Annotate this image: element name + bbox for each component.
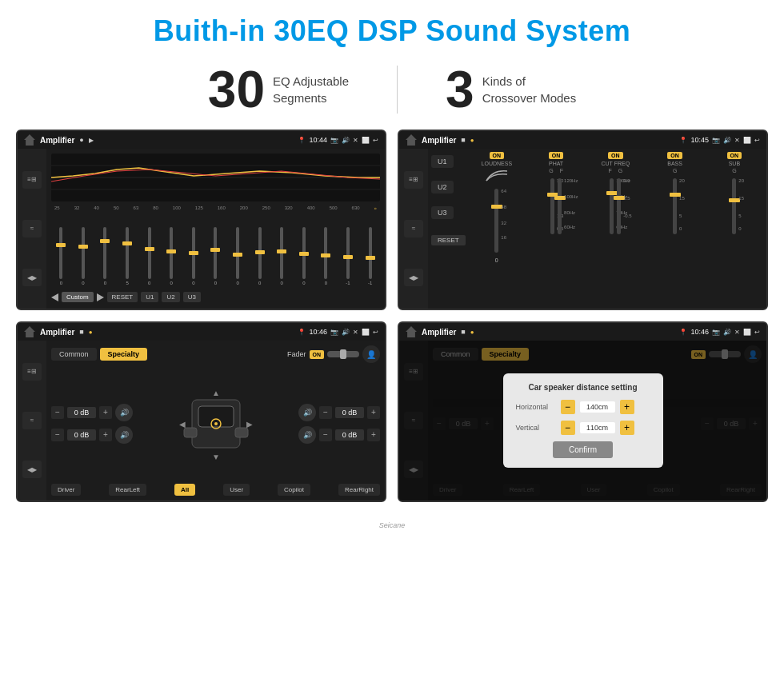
u2-btn[interactable]: U2 — [431, 181, 454, 193]
sidebar-3: ≡⊞ ≈ ◀▶ — [18, 341, 46, 501]
screen-speaker-dialog: Amplifier ■ ● 📍 10:46 📷 🔊 ✕ ⬜ ↩ ≡⊞ ≈ ◀▶ — [398, 321, 768, 502]
svg-point-9 — [214, 422, 218, 425]
phat-on[interactable]: ON — [549, 152, 564, 159]
vertical-plus[interactable]: + — [620, 421, 634, 435]
speaker-bottom-3: Driver RearLeft All User Copilot RearRig… — [51, 484, 380, 496]
horizontal-minus[interactable]: − — [561, 400, 575, 414]
volume-icon-2: 🔊 — [723, 137, 731, 144]
rear-left-btn-3[interactable]: RearLeft — [109, 484, 146, 496]
bass-slider[interactable]: 20 15 5 0 — [673, 178, 677, 234]
specialty-tab-3[interactable]: Specialty — [100, 348, 148, 361]
u1-button[interactable]: U1 — [141, 292, 158, 302]
tab-row-3: Common Specialty — [51, 348, 147, 361]
db-plus-3[interactable]: + — [367, 406, 380, 419]
driver-btn-3[interactable]: Driver — [51, 484, 81, 496]
sidebar-btn-vol-3[interactable]: ◀▶ — [22, 461, 42, 478]
u2-button[interactable]: U2 — [162, 292, 179, 302]
phat-sliders: 3.0 2.1 1.3 0.5 120Hz 100Hz 80Hz 60Hz — [550, 175, 562, 237]
user-btn-3[interactable]: User — [223, 484, 250, 496]
db-plus-1[interactable]: + — [99, 406, 112, 419]
window-icon-3: ⬜ — [362, 329, 370, 336]
cutfreq-label: CUT FREQ — [602, 161, 630, 166]
db-plus-4[interactable]: + — [367, 429, 380, 441]
vertical-minus[interactable]: − — [561, 421, 575, 435]
u3-button[interactable]: U3 — [183, 292, 201, 302]
sidebar-btn-wave-1[interactable]: ≈ — [22, 220, 42, 237]
crossover-reset[interactable]: RESET — [431, 235, 466, 245]
window-icon-4: ⬜ — [743, 329, 751, 336]
horizontal-plus[interactable]: + — [620, 400, 634, 414]
db-minus-1[interactable]: − — [51, 406, 64, 419]
sidebar-btn-eq-1[interactable]: ≡⊞ — [22, 171, 42, 189]
fader-slider-3[interactable] — [327, 351, 359, 357]
u-buttons-col: U1 U2 U3 RESET — [431, 152, 466, 305]
common-tab-3[interactable]: Common — [51, 348, 97, 361]
play-icon-sm-1: ▶ — [89, 137, 94, 144]
speaker-icon-left-bot: 🔊 — [115, 426, 133, 444]
horizontal-value: 140cm — [580, 401, 615, 413]
loudness-on[interactable]: ON — [490, 152, 505, 159]
left-db-controls: − 0 dB + 🔊 − 0 dB + — [51, 368, 133, 479]
crossover-content: U1 U2 U3 RESET ON LOUDNESS — [428, 149, 766, 309]
confirm-button[interactable]: Confirm — [553, 441, 613, 458]
loudness-slider[interactable]: 64 48 32 16 — [494, 189, 498, 253]
cutfreq-on[interactable]: ON — [608, 152, 623, 159]
sidebar-btn-eq-2[interactable]: ≡⊞ — [404, 171, 423, 189]
home-icon-2[interactable] — [406, 134, 417, 146]
prev-button[interactable] — [51, 293, 58, 301]
app-title-2: Amplifier — [422, 136, 456, 145]
rear-right-btn-3[interactable]: RearRight — [338, 484, 380, 496]
record-icon-1: ● — [79, 136, 83, 144]
loudness-val: 0 — [495, 257, 498, 263]
cutfreq-section: ON CUT FREQ FG 100Hz 90Hz 70Hz 60Hz — [586, 152, 644, 305]
record-icon-2: ■ — [461, 136, 465, 144]
u1-btn[interactable]: U1 — [431, 155, 454, 168]
home-icon-1[interactable] — [24, 134, 35, 146]
copilot-btn-3[interactable]: Copilot — [278, 484, 310, 496]
dot-icon-2: ● — [470, 137, 474, 144]
cutfreq-sliders: 100Hz 90Hz 70Hz 60Hz 3.0 1.5 -0.5 — [610, 175, 621, 237]
eq-slider-4: 5 — [118, 227, 138, 285]
db-minus-2[interactable]: − — [51, 429, 64, 441]
sub-label: SUB — [729, 161, 740, 166]
eq-slider-1: 0 — [51, 227, 71, 285]
sub-slider[interactable]: 20 15 5 0 — [732, 178, 736, 234]
db-minus-3[interactable]: − — [319, 406, 332, 419]
db-val-4: 0 dB — [335, 429, 364, 441]
sidebar-btn-wave-3[interactable]: ≈ — [22, 412, 42, 429]
window-icon-1: ⬜ — [362, 137, 370, 144]
u3-btn[interactable]: U3 — [431, 206, 454, 219]
phat-f-slider[interactable]: 120Hz 100Hz 80Hz 60Hz — [558, 178, 562, 234]
cutfreq-g-slider[interactable]: 3.0 1.5 -0.5 — [617, 178, 621, 234]
camera-icon-3: 📷 — [330, 329, 338, 336]
cutfreq-f-slider[interactable]: 100Hz 90Hz 70Hz 60Hz — [610, 178, 614, 234]
fader-on-3[interactable]: ON — [310, 350, 325, 359]
sidebar-btn-wave-2[interactable]: ≈ — [404, 220, 423, 237]
home-icon-3[interactable] — [24, 326, 35, 337]
all-btn-3[interactable]: All — [174, 484, 195, 496]
right-db-controls: 🔊 − 0 dB + 🔊 − 0 dB + — [298, 368, 380, 479]
eq-slider-7: 0 — [184, 227, 204, 285]
eq-slider-15: -1 — [360, 227, 380, 285]
dialog-horizontal-row: Horizontal − 140cm + — [516, 400, 650, 414]
svg-rect-7 — [235, 428, 248, 437]
bass-on[interactable]: ON — [667, 152, 682, 159]
location-icon-1: 📍 — [298, 137, 306, 144]
reset-button[interactable]: RESET — [107, 292, 138, 302]
app-title-1: Amplifier — [40, 136, 74, 145]
eq-slider-10: 0 — [250, 227, 270, 285]
sub-on[interactable]: ON — [727, 152, 742, 159]
custom-button[interactable]: Custom — [62, 292, 94, 302]
sidebar-btn-vol-2[interactable]: ◀▶ — [404, 269, 423, 286]
home-icon-4[interactable] — [406, 326, 417, 337]
volume-icon-4: 🔊 — [723, 329, 731, 336]
db-plus-2[interactable]: + — [99, 429, 112, 441]
db-minus-4[interactable]: − — [319, 429, 332, 441]
speaker-icon-right-bot: 🔊 — [298, 426, 316, 444]
play-button[interactable] — [97, 293, 104, 301]
app-title-3: Amplifier — [40, 328, 74, 337]
sidebar-btn-eq-3[interactable]: ≡⊞ — [22, 363, 42, 381]
eq-bottom: Custom RESET U1 U2 U3 — [51, 290, 380, 304]
sidebar-btn-vol-1[interactable]: ◀▶ — [22, 269, 42, 286]
phat-g-slider[interactable]: 3.0 2.1 1.3 0.5 — [550, 178, 554, 234]
